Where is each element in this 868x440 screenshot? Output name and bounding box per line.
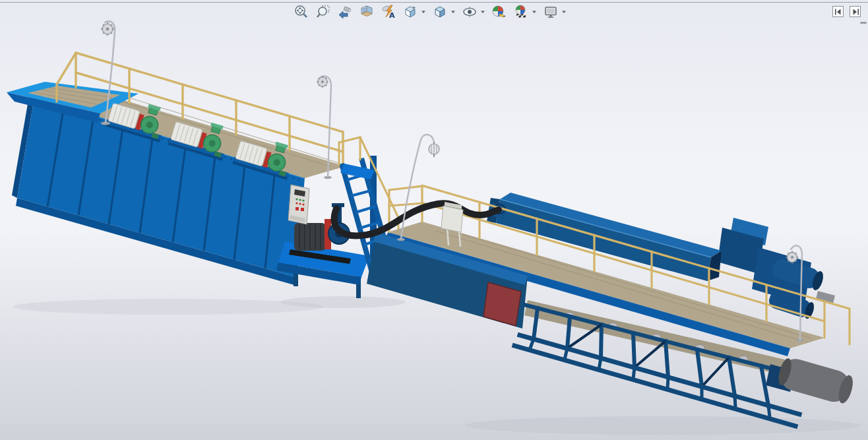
view-settings-group [542,3,567,20]
view-settings-button[interactable] [542,3,559,20]
zoom-to-area-icon [315,4,331,20]
monitor-icon [543,4,559,20]
3d-model-scene[interactable] [0,0,868,440]
svg-text:A: A [389,11,395,20]
view-orientation-button[interactable] [401,3,419,20]
zoom-to-fit-button[interactable] [292,3,310,20]
task-pane-handle[interactable] [860,22,867,24]
edit-appearance-group [490,3,508,20]
section-view-group [357,3,375,20]
appearance-ball-pencil-icon [491,4,507,20]
flotation-tank-machine[interactable] [7,21,398,298]
control-cabinet[interactable] [288,185,309,224]
apply-scene-button[interactable] [512,3,530,20]
display-style-dropdown-caret[interactable] [449,3,456,20]
apply-scene-dropdown-caret[interactable] [530,3,538,20]
annotation-flash-icon: A [381,4,396,20]
hide-show-items-button[interactable] [460,3,478,20]
zoom-to-fit-group [292,3,310,20]
view-settings-dropdown-caret[interactable] [560,3,567,20]
expand-panel-right-button[interactable] [850,6,861,17]
display-style-group [431,3,456,20]
edit-appearance-button[interactable] [490,3,508,20]
section-view-icon [359,4,375,20]
drive-motors[interactable] [718,218,835,320]
previous-view-icon [337,4,353,20]
dynamic-annotation-views-group: A [379,3,397,20]
view-orientation-dropdown-caret[interactable] [419,3,427,20]
panel-arrow-left-icon [834,8,842,16]
zoom-to-fit-icon [294,4,309,20]
collapse-panel-left-button[interactable] [832,6,844,17]
display-style-button[interactable] [431,3,449,20]
view-cube-icon [402,4,418,20]
cad-viewport[interactable]: A [0,0,868,440]
dynamic-annotation-views-button[interactable]: A [379,3,397,20]
heads-up-view-toolbar: A [292,3,569,20]
hide-show-items-dropdown-caret[interactable] [479,3,486,20]
hide-show-items-group [460,3,486,20]
zoom-to-area-button[interactable] [314,3,332,20]
previous-view-group [336,3,354,20]
screw-press-machine[interactable] [367,185,856,426]
view-orientation-group [401,3,427,20]
eye-icon [462,4,478,20]
apply-scene-group [512,3,538,20]
previous-view-button[interactable] [336,3,354,20]
zoom-to-area-group [314,3,332,20]
shaded-cube-icon [432,4,448,20]
section-view-button[interactable] [357,3,375,20]
scene-ball-icon [513,4,529,20]
panel-arrow-right-icon [852,8,859,16]
